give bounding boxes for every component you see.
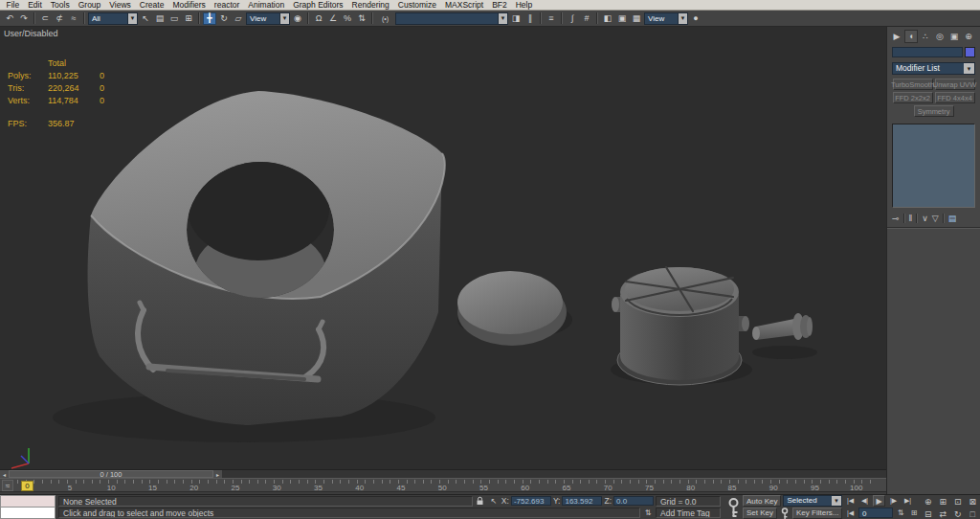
viewport-label[interactable]: User/Disabled	[4, 29, 58, 38]
turbosmooth-button[interactable]: TurboSmooth	[893, 79, 933, 90]
set-keys-button[interactable]	[724, 495, 743, 519]
mine-lid-object[interactable]	[457, 271, 572, 346]
chevron-down-icon[interactable]: ▼	[678, 13, 687, 24]
scroll-left-icon[interactable]: ◂	[0, 470, 9, 478]
remove-modifier-icon[interactable]: ▽	[932, 214, 939, 223]
unlink-selection-icon[interactable]: ⊄	[53, 12, 66, 25]
angle-snap-icon[interactable]: ∠	[326, 12, 340, 25]
tab-utilities-icon[interactable]: ⊕	[962, 30, 975, 43]
mine-case-object[interactable]	[53, 91, 445, 442]
rendered-frame-icon[interactable]: ▦	[630, 12, 643, 25]
snap-toggle-icon[interactable]: Ω	[312, 12, 325, 25]
chevron-down-icon[interactable]: ▼	[964, 63, 974, 74]
render-type-dropdown[interactable]: View ▼	[644, 12, 688, 25]
time-slider[interactable]: 0	[21, 481, 33, 491]
select-move-icon[interactable]: ╋	[203, 12, 216, 25]
quick-render-icon[interactable]: ●	[689, 12, 702, 25]
menu-animation[interactable]: Animation	[244, 0, 289, 10]
key-filters-button[interactable]: Key Filters...	[792, 508, 842, 519]
make-unique-icon[interactable]: ∨	[922, 214, 928, 223]
time-tag-spinner-icon[interactable]: ⇅	[642, 508, 654, 518]
redo-icon[interactable]: ↷	[17, 12, 31, 25]
align-icon[interactable]: ∥	[523, 12, 537, 25]
tab-create-icon[interactable]: ▶	[890, 30, 903, 43]
tab-modify-icon[interactable]: ◖	[904, 30, 918, 43]
mini-curve-editor-button[interactable]: ≈	[2, 480, 13, 491]
material-editor-icon[interactable]: ◧	[601, 12, 614, 25]
key-mode-toggle-icon[interactable]: |◀	[844, 508, 857, 519]
listener-script-pane[interactable]	[0, 508, 56, 519]
select-scale-icon[interactable]: ▱	[232, 12, 245, 25]
perspective-viewport[interactable]: User/Disabled Total Polys: 110,225 0 Tri…	[0, 27, 886, 469]
named-selection-sets-dropdown[interactable]: ▼	[395, 12, 508, 25]
pan-icon[interactable]: ⇄	[939, 509, 947, 519]
listener-macro-pane[interactable]	[0, 495, 56, 508]
zoom-region-icon[interactable]: ⊟	[924, 509, 932, 519]
select-object-icon[interactable]: ↖	[139, 12, 152, 25]
menu-maxscript[interactable]: MAXScript	[440, 0, 487, 10]
x-coord-field[interactable]: -752.693	[511, 496, 551, 506]
menu-tools[interactable]: Tools	[46, 0, 74, 10]
pivot-center-icon[interactable]: ◉	[291, 12, 304, 25]
time-configuration-icon[interactable]: ⊞	[908, 508, 920, 518]
symmetry-button[interactable]: Symmetry	[914, 105, 954, 117]
menu-group[interactable]: Group	[74, 0, 105, 10]
current-frame-field[interactable]: 0	[858, 508, 893, 518]
chevron-down-icon[interactable]: ▼	[127, 13, 137, 24]
undo-icon[interactable]: ↶	[3, 12, 16, 25]
scroll-right-icon[interactable]: ▸	[213, 470, 222, 478]
render-setup-icon[interactable]: ▣	[615, 12, 629, 25]
chevron-down-icon[interactable]: ▼	[279, 13, 289, 24]
modifier-list-dropdown[interactable]: Modifier List ▼	[892, 62, 975, 75]
reference-coordinate-dropdown[interactable]: View ▼	[246, 12, 290, 25]
menu-modifiers[interactable]: Modifiers	[168, 0, 210, 10]
menu-create[interactable]: Create	[135, 0, 168, 10]
select-manipulate-icon[interactable]: (•)	[376, 12, 394, 25]
bind-spacewarp-icon[interactable]: ≈	[67, 12, 80, 25]
track-bar-scrollbar[interactable]: ◂ 0 / 100 ▸	[0, 469, 886, 478]
menu-file[interactable]: File	[2, 0, 24, 10]
maximize-viewport-icon[interactable]: □	[970, 509, 975, 519]
set-key-button[interactable]: Set Key	[743, 508, 777, 519]
menu-customize[interactable]: Customize	[393, 0, 440, 10]
mine-canister-object[interactable]	[611, 267, 752, 385]
configure-modifier-sets-icon[interactable]: ▤	[948, 214, 957, 223]
select-by-name-icon[interactable]: ▤	[153, 12, 167, 25]
select-rotate-icon[interactable]: ↻	[217, 12, 231, 25]
select-link-icon[interactable]: ⊂	[38, 12, 52, 25]
unwrap-uvw-button[interactable]: Unwrap UVW	[935, 79, 975, 90]
layer-manager-icon[interactable]: ≡	[545, 12, 558, 25]
goto-end-icon[interactable]: ▶|	[902, 495, 914, 507]
menu-rendering[interactable]: Rendering	[347, 0, 393, 10]
window-crossing-icon[interactable]: ⊞	[182, 12, 195, 25]
mirror-icon[interactable]: ◨	[509, 12, 523, 25]
zoom-extents-all-icon[interactable]: ⊠	[969, 497, 976, 507]
chevron-down-icon[interactable]: ▼	[832, 496, 841, 506]
zoom-all-icon[interactable]: ⊞	[939, 497, 947, 507]
y-coord-field[interactable]: 163.592	[562, 496, 602, 506]
selection-lock-icon[interactable]	[475, 496, 486, 507]
menu-reactor[interactable]: reactor	[210, 0, 243, 10]
next-frame-icon[interactable]: |▶	[887, 495, 900, 507]
tab-hierarchy-icon[interactable]: ∴	[919, 30, 932, 43]
pin-stack-icon[interactable]: ⊸	[892, 214, 900, 223]
object-name-field[interactable]	[892, 47, 963, 57]
arc-rotate-icon[interactable]: ↻	[954, 509, 962, 519]
zoom-icon[interactable]: ⊕	[924, 497, 932, 507]
ffd-2x2x2-button[interactable]: FFD 2x2x2	[893, 92, 933, 103]
menu-help[interactable]: Help	[511, 0, 536, 10]
selection-filter-dropdown[interactable]: All ▼	[88, 12, 138, 25]
show-end-result-icon[interactable]: ‖	[909, 214, 913, 223]
selection-region-icon[interactable]: ▭	[167, 12, 181, 25]
curve-editor-icon[interactable]: ∫	[566, 12, 579, 25]
modifier-stack-list[interactable]	[892, 124, 975, 208]
percent-snap-icon[interactable]: %	[341, 12, 354, 25]
selected-set-dropdown[interactable]: Selected ▼	[783, 495, 842, 507]
viewport-3d-scene[interactable]	[0, 27, 886, 469]
auto-key-button[interactable]: Auto Key	[743, 495, 781, 507]
goto-start-icon[interactable]: |◀	[844, 495, 857, 507]
previous-frame-icon[interactable]: ◀|	[858, 495, 871, 507]
menu-views[interactable]: Views	[105, 0, 136, 10]
absolute-mode-icon[interactable]: ↖	[488, 496, 500, 507]
key-mode-key-icon[interactable]	[779, 508, 791, 518]
